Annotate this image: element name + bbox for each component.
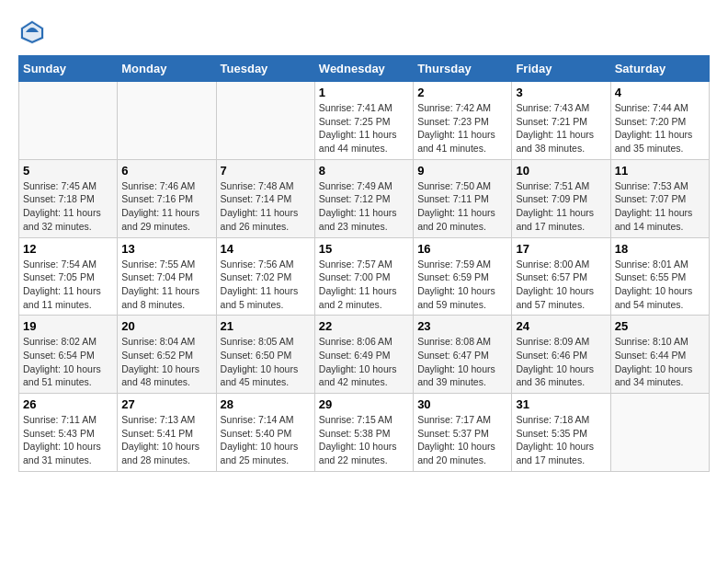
day-number: 1 [319, 86, 409, 99]
day-number: 17 [516, 242, 606, 256]
week-row-4: 19Sunrise: 8:02 AM Sunset: 6:54 PM Dayli… [19, 316, 710, 394]
calendar-cell: 17Sunrise: 8:00 AM Sunset: 6:57 PM Dayli… [512, 237, 610, 316]
day-number: 25 [615, 319, 705, 333]
calendar-cell: 20Sunrise: 8:04 AM Sunset: 6:52 PM Dayli… [118, 316, 216, 394]
day-number: 10 [516, 164, 606, 178]
calendar-cell: 23Sunrise: 8:08 AM Sunset: 6:47 PM Dayli… [414, 316, 512, 394]
day-detail: Sunrise: 8:10 AM Sunset: 6:44 PM Dayligh… [615, 335, 705, 389]
calendar-cell: 30Sunrise: 7:17 AM Sunset: 5:37 PM Dayli… [414, 394, 512, 472]
calendar-cell: 24Sunrise: 8:09 AM Sunset: 6:46 PM Dayli… [512, 316, 610, 394]
day-number: 7 [221, 164, 311, 178]
day-detail: Sunrise: 7:55 AM Sunset: 7:04 PM Dayligh… [121, 258, 211, 312]
page-header [18, 18, 710, 46]
day-detail: Sunrise: 7:56 AM Sunset: 7:02 PM Dayligh… [221, 258, 311, 312]
week-row-5: 26Sunrise: 7:11 AM Sunset: 5:43 PM Dayli… [19, 394, 710, 472]
calendar-cell: 1Sunrise: 7:41 AM Sunset: 7:25 PM Daylig… [314, 82, 413, 160]
day-header-wednesday: Wednesday [314, 56, 413, 82]
calendar-cell: 21Sunrise: 8:05 AM Sunset: 6:50 PM Dayli… [216, 316, 314, 394]
day-number: 11 [615, 164, 705, 178]
day-detail: Sunrise: 7:51 AM Sunset: 7:09 PM Dayligh… [516, 179, 606, 234]
day-detail: Sunrise: 8:09 AM Sunset: 6:46 PM Dayligh… [516, 335, 606, 389]
calendar-cell: 19Sunrise: 8:02 AM Sunset: 6:54 PM Dayli… [19, 316, 118, 394]
day-number: 23 [417, 319, 507, 333]
day-header-monday: Monday [118, 56, 216, 82]
day-detail: Sunrise: 8:02 AM Sunset: 6:54 PM Dayligh… [23, 335, 113, 389]
day-number: 6 [121, 164, 211, 178]
day-detail: Sunrise: 7:15 AM Sunset: 5:38 PM Dayligh… [319, 413, 409, 467]
calendar-cell: 11Sunrise: 7:53 AM Sunset: 7:07 PM Dayli… [610, 159, 709, 237]
day-detail: Sunrise: 8:08 AM Sunset: 6:47 PM Dayligh… [417, 335, 507, 389]
day-number: 16 [417, 242, 507, 256]
day-detail: Sunrise: 7:44 AM Sunset: 7:20 PM Dayligh… [615, 101, 705, 155]
calendar-cell: 31Sunrise: 7:18 AM Sunset: 5:35 PM Dayli… [512, 394, 610, 472]
day-detail: Sunrise: 8:01 AM Sunset: 6:55 PM Dayligh… [615, 258, 705, 312]
calendar-body: 1Sunrise: 7:41 AM Sunset: 7:25 PM Daylig… [19, 82, 710, 472]
day-number: 18 [615, 242, 705, 256]
calendar-cell: 14Sunrise: 7:56 AM Sunset: 7:02 PM Dayli… [216, 237, 314, 316]
day-number: 19 [23, 319, 113, 333]
calendar-cell: 16Sunrise: 7:59 AM Sunset: 6:59 PM Dayli… [414, 237, 512, 316]
day-detail: Sunrise: 7:53 AM Sunset: 7:07 PM Dayligh… [615, 179, 705, 234]
day-detail: Sunrise: 7:43 AM Sunset: 7:21 PM Dayligh… [516, 101, 606, 155]
week-row-2: 5Sunrise: 7:45 AM Sunset: 7:18 PM Daylig… [19, 159, 710, 237]
logo [18, 18, 50, 46]
week-row-3: 12Sunrise: 7:54 AM Sunset: 7:05 PM Dayli… [19, 237, 710, 316]
day-number: 31 [516, 397, 606, 411]
calendar-cell: 27Sunrise: 7:13 AM Sunset: 5:41 PM Dayli… [118, 394, 216, 472]
day-number: 13 [121, 242, 211, 256]
day-number: 29 [319, 397, 409, 411]
calendar-cell: 2Sunrise: 7:42 AM Sunset: 7:23 PM Daylig… [414, 82, 512, 160]
calendar-table: SundayMondayTuesdayWednesdayThursdayFrid… [18, 55, 710, 472]
day-detail: Sunrise: 8:06 AM Sunset: 6:49 PM Dayligh… [319, 335, 409, 389]
day-number: 26 [23, 397, 113, 411]
day-detail: Sunrise: 7:11 AM Sunset: 5:43 PM Dayligh… [23, 413, 113, 467]
day-header-sunday: Sunday [19, 56, 118, 82]
day-number: 24 [516, 319, 606, 333]
calendar-cell: 26Sunrise: 7:11 AM Sunset: 5:43 PM Dayli… [19, 394, 118, 472]
day-detail: Sunrise: 7:59 AM Sunset: 6:59 PM Dayligh… [417, 258, 507, 312]
day-number: 28 [221, 397, 311, 411]
day-detail: Sunrise: 8:00 AM Sunset: 6:57 PM Dayligh… [516, 258, 606, 312]
day-detail: Sunrise: 7:57 AM Sunset: 7:00 PM Dayligh… [319, 258, 409, 312]
calendar-cell: 9Sunrise: 7:50 AM Sunset: 7:11 PM Daylig… [414, 159, 512, 237]
day-number: 4 [615, 86, 705, 99]
day-header-saturday: Saturday [610, 56, 709, 82]
day-detail: Sunrise: 8:05 AM Sunset: 6:50 PM Dayligh… [221, 335, 311, 389]
day-header-friday: Friday [512, 56, 610, 82]
logo-icon [18, 18, 46, 46]
day-detail: Sunrise: 7:50 AM Sunset: 7:11 PM Dayligh… [417, 179, 507, 234]
day-detail: Sunrise: 7:18 AM Sunset: 5:35 PM Dayligh… [516, 413, 606, 467]
calendar-cell: 13Sunrise: 7:55 AM Sunset: 7:04 PM Dayli… [118, 237, 216, 316]
day-number: 22 [319, 319, 409, 333]
calendar-cell: 18Sunrise: 8:01 AM Sunset: 6:55 PM Dayli… [610, 237, 709, 316]
calendar-cell [610, 394, 709, 472]
day-detail: Sunrise: 7:41 AM Sunset: 7:25 PM Dayligh… [319, 101, 409, 155]
day-header-thursday: Thursday [414, 56, 512, 82]
day-number: 27 [121, 397, 211, 411]
day-number: 12 [23, 242, 113, 256]
calendar-cell: 3Sunrise: 7:43 AM Sunset: 7:21 PM Daylig… [512, 82, 610, 160]
calendar-cell: 28Sunrise: 7:14 AM Sunset: 5:40 PM Dayli… [216, 394, 314, 472]
day-number: 9 [417, 164, 507, 178]
calendar-cell: 22Sunrise: 8:06 AM Sunset: 6:49 PM Dayli… [314, 316, 413, 394]
calendar-cell: 25Sunrise: 8:10 AM Sunset: 6:44 PM Dayli… [610, 316, 709, 394]
week-row-1: 1Sunrise: 7:41 AM Sunset: 7:25 PM Daylig… [19, 82, 710, 160]
day-number: 5 [23, 164, 113, 178]
calendar-cell: 12Sunrise: 7:54 AM Sunset: 7:05 PM Dayli… [19, 237, 118, 316]
day-number: 21 [221, 319, 311, 333]
calendar-cell: 29Sunrise: 7:15 AM Sunset: 5:38 PM Dayli… [314, 394, 413, 472]
day-number: 14 [221, 242, 311, 256]
calendar-cell [19, 82, 118, 160]
day-header-tuesday: Tuesday [216, 56, 314, 82]
day-number: 2 [417, 86, 507, 99]
day-detail: Sunrise: 7:42 AM Sunset: 7:23 PM Dayligh… [417, 101, 507, 155]
calendar-cell: 10Sunrise: 7:51 AM Sunset: 7:09 PM Dayli… [512, 159, 610, 237]
day-detail: Sunrise: 7:45 AM Sunset: 7:18 PM Dayligh… [23, 179, 113, 234]
calendar-cell: 6Sunrise: 7:46 AM Sunset: 7:16 PM Daylig… [118, 159, 216, 237]
day-number: 30 [417, 397, 507, 411]
day-number: 20 [121, 319, 211, 333]
day-detail: Sunrise: 7:48 AM Sunset: 7:14 PM Dayligh… [221, 179, 311, 234]
calendar-cell: 5Sunrise: 7:45 AM Sunset: 7:18 PM Daylig… [19, 159, 118, 237]
day-number: 3 [516, 86, 606, 99]
calendar-cell [216, 82, 314, 160]
